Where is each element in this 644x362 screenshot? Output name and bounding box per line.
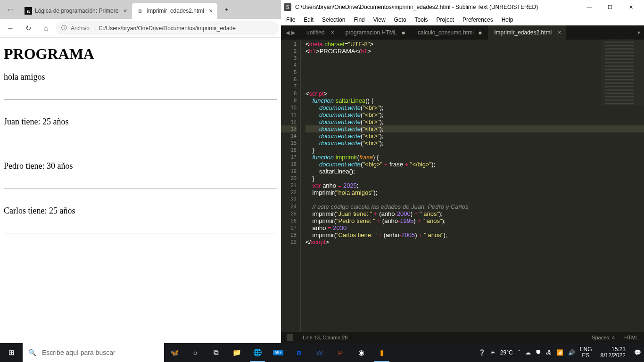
powerpoint-icon[interactable]: P	[330, 343, 351, 362]
menu-view[interactable]: View	[369, 16, 390, 23]
cortana-icon[interactable]: ○	[185, 343, 206, 362]
edge-tab-2[interactable]: 🗎 imprimir_edades2.html ×	[132, 3, 218, 19]
status-lang[interactable]: HTML	[624, 335, 638, 340]
code-area[interactable]: <meta charset="UTF-8"><h1>PROGRAMA</h1><…	[301, 40, 644, 332]
sublime-menubar: File Edit Selection Find View Goto Tools…	[281, 14, 644, 25]
output-line: Carlos tiene: 25 años	[4, 206, 75, 215]
sublime-taskbar-icon[interactable]: ▮	[372, 343, 392, 362]
edge-tabstrip: ▭ a Lógica de programación: Primero × 🗎 …	[0, 0, 281, 19]
clock-date[interactable]: 8/12/2022	[601, 353, 626, 359]
status-cursor-pos: Line 13, Column 28	[303, 335, 347, 340]
tab-dropdown-icon[interactable]: ▼	[636, 25, 641, 40]
minimap[interactable]	[602, 40, 644, 106]
info-icon: ⓘ	[61, 24, 67, 32]
menu-help[interactable]: Help	[497, 16, 518, 23]
menu-preferences[interactable]: Preferences	[458, 16, 497, 23]
menu-tools[interactable]: Tools	[411, 16, 432, 23]
weather-temp[interactable]: 29°C	[500, 349, 513, 356]
security-icon[interactable]: ⛊	[536, 349, 541, 356]
dirty-icon: ●	[402, 29, 405, 36]
sublime-tab-untitled[interactable]: untitled×	[300, 25, 339, 40]
edge-icon[interactable]: 🌐	[247, 343, 268, 362]
code-editor[interactable]: 1234567891011121314151617181920212223242…	[281, 40, 644, 332]
new-tab-button[interactable]: +	[217, 0, 235, 18]
maximize-button[interactable]: ☐	[600, 0, 620, 14]
taskbar-widget-icon[interactable]: 🦋	[164, 343, 185, 362]
start-button[interactable]: ⊞	[0, 343, 23, 362]
menu-edit[interactable]: Edit	[299, 16, 318, 23]
favicon-alura-icon: a	[25, 7, 32, 15]
system-tray: ❔ ☀ 29°C ˄ ☁ ⛊ 🖧 📶 🔊 ENGES 15:238/12/202…	[476, 343, 644, 362]
dirty-icon: ●	[478, 29, 482, 36]
volume-icon[interactable]: 🔊	[568, 349, 575, 356]
network-icon[interactable]: 🖧	[546, 349, 552, 356]
addr-scheme: Archivo	[71, 25, 90, 32]
address-bar[interactable]: ⓘ Archivo | C:/Users/bryan/OneDrive/Docu…	[56, 21, 279, 35]
close-icon[interactable]: ×	[209, 7, 213, 15]
menu-project[interactable]: Project	[432, 16, 458, 23]
onedrive-icon[interactable]: ☁	[525, 349, 531, 356]
sublime-statusbar: Line 13, Column 28 Spaces: 4 HTML	[281, 332, 644, 343]
sublime-tab-calculo[interactable]: calculo_consumo.html●	[411, 25, 488, 40]
output-line: Juan tiene: 25 años	[4, 117, 68, 126]
addr-sep: |	[93, 25, 95, 32]
lang-secondary[interactable]: ES	[582, 353, 590, 359]
sublime-window: S C:\Users\bryan\OneDrive\Documentos\imp…	[281, 0, 644, 343]
tab-label: imprimir_edades2.html	[147, 8, 204, 14]
back-button[interactable]: ←	[2, 20, 19, 37]
wifi-icon[interactable]: 📶	[556, 349, 563, 356]
sublime-app-icon: S	[284, 3, 291, 11]
edge-browser-window: ▭ a Lógica de programación: Primero × 🗎 …	[0, 0, 281, 343]
windows-taskbar: ⊞ 🔍 Escribe aquí para buscar 🦋 ○ ⧉ 📁 🌐 9…	[0, 343, 644, 362]
explorer-icon[interactable]: 📁	[226, 343, 247, 362]
menu-file[interactable]: File	[282, 16, 299, 23]
close-icon[interactable]: ×	[558, 29, 561, 36]
search-icon: 🔍	[28, 349, 36, 356]
line-gutter: 1234567891011121314151617181920212223242…	[281, 40, 301, 332]
rendered-page: PROGRAMA hola amigos Juan tiene: 25 años…	[0, 38, 281, 343]
mail-icon[interactable]: 99+	[268, 343, 289, 362]
tab-scroll-arrows[interactable]: ◀ ▶	[281, 25, 300, 40]
output-line: Pedro tiene: 30 años	[4, 161, 73, 171]
window-title: C:\Users\bryan\OneDrive\Documentos\impri…	[295, 4, 575, 10]
home-button[interactable]: ⌂	[38, 20, 55, 37]
addr-path: C:/Users/bryan/OneDrive/Documentos/impri…	[99, 25, 236, 32]
sublime-tab-programacion[interactable]: programacion.HTML●	[339, 25, 411, 40]
sublime-tab-imprimir[interactable]: imprimir_edades2.html×	[488, 25, 566, 40]
help-icon[interactable]: ❔	[479, 349, 486, 356]
taskbar-search[interactable]: 🔍 Escribe aquí para buscar	[23, 343, 164, 362]
tab-label: Lógica de programación: Primero	[35, 8, 118, 14]
edge-toolbar: ← ↻ ⌂ ⓘ Archivo | C:/Users/bryan/OneDriv…	[0, 19, 281, 38]
refresh-button[interactable]: ↻	[20, 20, 37, 37]
output-line: hola amigos	[4, 72, 45, 82]
favicon-file-icon: 🗎	[137, 7, 144, 15]
notifications-icon[interactable]: 💬	[634, 349, 641, 356]
status-icon[interactable]	[287, 334, 293, 341]
close-button[interactable]: ✕	[620, 0, 641, 14]
sublime-tabbar: ◀ ▶ untitled× programacion.HTML● calculo…	[281, 25, 644, 40]
edge-tab-1[interactable]: a Lógica de programación: Primero ×	[20, 3, 132, 19]
dropbox-icon[interactable]: ⧈	[289, 343, 309, 362]
tab-actions-icon[interactable]: ▭	[2, 0, 20, 18]
close-icon[interactable]: ×	[123, 7, 127, 15]
sublime-titlebar[interactable]: S C:\Users\bryan\OneDrive\Documentos\imp…	[281, 0, 644, 14]
menu-selection[interactable]: Selection	[318, 16, 349, 23]
tray-chevron-icon[interactable]: ˄	[518, 349, 520, 356]
word-icon[interactable]: W	[309, 343, 330, 362]
minimize-button[interactable]: —	[579, 0, 600, 14]
taskview-icon[interactable]: ⧉	[206, 343, 226, 362]
menu-goto[interactable]: Goto	[390, 16, 411, 23]
chrome-icon[interactable]: ◉	[351, 343, 372, 362]
status-spaces[interactable]: Spaces: 4	[592, 335, 615, 340]
search-placeholder: Escribe aquí para buscar	[42, 349, 116, 356]
weather-icon[interactable]: ☀	[490, 349, 495, 356]
page-title: PROGRAMA	[4, 45, 277, 63]
close-icon[interactable]: ×	[331, 29, 334, 36]
menu-find[interactable]: Find	[349, 16, 369, 23]
